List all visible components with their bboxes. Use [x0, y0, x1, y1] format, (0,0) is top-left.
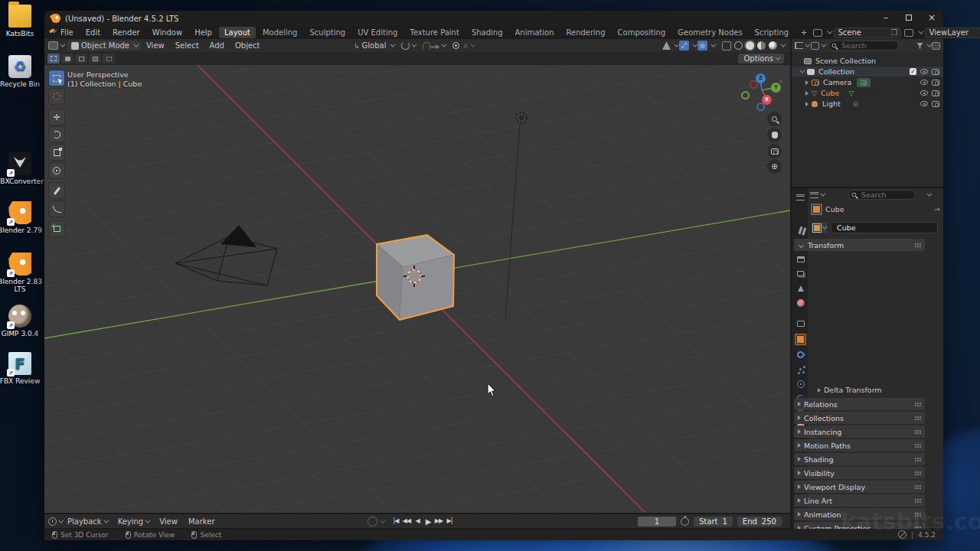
section-line-art[interactable]: Line Art	[794, 494, 925, 507]
tab-tool[interactable]	[793, 223, 808, 236]
shading-material-icon[interactable]	[757, 41, 766, 50]
gizmo-neg-x-axis[interactable]	[750, 80, 758, 89]
hide-eye-icon[interactable]	[920, 90, 928, 96]
tool-select-box[interactable]	[48, 70, 65, 86]
section-collections[interactable]: Collections	[794, 412, 925, 424]
outliner-row-collection[interactable]: Collection ✓	[792, 67, 943, 77]
new-scene-icon[interactable]: ❐	[891, 28, 898, 37]
editor-type-button[interactable]	[44, 41, 64, 50]
close-button[interactable]: ×	[920, 11, 943, 26]
shading-rendered-icon[interactable]	[769, 41, 777, 50]
section-instancing[interactable]: Instancing	[794, 425, 925, 438]
tab-output[interactable]	[793, 253, 808, 266]
jump-to-end-button[interactable]: ▶|	[444, 517, 455, 526]
object-name-field[interactable]: Cube	[831, 222, 938, 233]
camera-view-button[interactable]	[767, 144, 782, 158]
expand-arrow-icon[interactable]	[805, 91, 808, 96]
tab-uv-editing[interactable]: UV Editing	[352, 27, 403, 38]
drag-dots-icon[interactable]	[915, 243, 916, 245]
menu-edit[interactable]: Edit	[80, 26, 106, 39]
desktop-icon-blender-283[interactable]: Blender 2.83 LTS	[0, 253, 44, 293]
outliner-row-camera[interactable]: Camera	[792, 77, 943, 87]
shading-solid-icon[interactable]	[746, 41, 754, 50]
select-mode-set[interactable]	[47, 54, 60, 64]
menu-help[interactable]: Help	[188, 26, 218, 39]
tab-particles[interactable]	[793, 363, 808, 376]
section-shading[interactable]: Shading	[794, 453, 925, 465]
shading-wireframe-icon[interactable]	[734, 41, 743, 50]
navigation-gizmo[interactable]: Z Y X	[732, 67, 790, 115]
menu-timeline-view[interactable]: View	[154, 517, 183, 526]
tab-layout[interactable]: Layout	[219, 27, 256, 38]
properties-editor-icon[interactable]	[810, 192, 818, 198]
menu-object[interactable]: Object	[230, 41, 266, 50]
prev-keyframe-button[interactable]: ◀◀	[401, 517, 412, 526]
new-collection-icon[interactable]	[932, 42, 940, 50]
pan-button[interactable]	[767, 128, 782, 142]
desktop-icon-katsbits[interactable]: KatsBits	[0, 5, 44, 37]
outliner-search-input[interactable]	[828, 41, 899, 51]
tab-shading[interactable]: Shading	[466, 27, 508, 38]
drag-dots-icon[interactable]	[915, 416, 916, 418]
drag-dots-icon[interactable]	[915, 403, 916, 404]
object-visibility-icon[interactable]	[662, 41, 671, 50]
tool-scale[interactable]	[48, 144, 65, 161]
tab-modeling[interactable]: Modeling	[257, 27, 303, 38]
transform-orientation[interactable]: ↳ Global ∧	[354, 41, 474, 50]
mode-selector[interactable]: Object Mode	[67, 41, 141, 51]
tool-transform[interactable]	[48, 162, 65, 179]
hide-eye-icon[interactable]	[920, 101, 928, 106]
outliner-editor-type[interactable]	[792, 42, 808, 49]
scene-type-icon[interactable]	[813, 29, 822, 37]
jump-to-start-button[interactable]: |◀	[390, 517, 401, 526]
hide-eye-icon[interactable]	[920, 69, 928, 74]
tab-object[interactable]	[793, 333, 808, 346]
section-relations[interactable]: Relations	[794, 398, 925, 410]
menu-add[interactable]: Add	[204, 41, 230, 50]
tab-geometry-nodes[interactable]: Geometry Nodes	[672, 27, 747, 38]
desktop-icon-fbxconverter[interactable]: FBXConverter	[0, 152, 44, 185]
menu-render[interactable]: Render	[106, 26, 146, 39]
select-mode-invert[interactable]	[89, 54, 101, 64]
tab-scene[interactable]	[793, 282, 808, 295]
show-gizmo-toggle[interactable]: ⤢	[679, 41, 689, 51]
filter-icon[interactable]	[916, 43, 923, 49]
render-visibility-icon[interactable]	[932, 69, 939, 75]
show-overlays-toggle[interactable]: ◎	[697, 41, 707, 51]
properties-options-icon[interactable]	[926, 191, 932, 197]
section-motion-paths[interactable]: Motion Paths	[794, 439, 925, 452]
section-viewport-display[interactable]: Viewport Display	[794, 481, 925, 493]
properties-search-input[interactable]	[848, 190, 916, 200]
select-mode-extend[interactable]	[61, 54, 74, 64]
camera-data-icon[interactable]	[857, 78, 871, 87]
proportional-edit-icon[interactable]	[452, 42, 459, 49]
play-button[interactable]: ▶	[423, 517, 433, 526]
timeline-editor-type[interactable]	[44, 517, 62, 526]
drag-dots-icon[interactable]	[915, 513, 916, 514]
transform-panel-header[interactable]: Transform	[794, 239, 925, 251]
menu-view[interactable]: View	[141, 41, 170, 50]
perspective-toggle-button[interactable]: ⊕	[767, 159, 782, 174]
tab-world[interactable]	[793, 296, 808, 309]
drag-dots-icon[interactable]	[915, 485, 916, 487]
expand-chevron-icon[interactable]	[799, 68, 805, 73]
drag-dots-icon[interactable]	[915, 458, 916, 459]
options-dropdown[interactable]: Options	[738, 54, 784, 64]
gizmo-neg-y-axis[interactable]	[741, 91, 750, 99]
render-visibility-icon[interactable]	[932, 90, 939, 96]
outliner-display-mode[interactable]	[811, 42, 825, 50]
pin-icon[interactable]: ↗	[932, 204, 942, 215]
next-keyframe-button[interactable]: ▶▶	[433, 517, 444, 526]
tab-sculpting[interactable]: Sculpting	[304, 27, 351, 38]
menu-file[interactable]: File	[54, 26, 80, 39]
play-reverse-button[interactable]: ◀	[412, 517, 423, 526]
tab-collection[interactable]	[793, 317, 808, 330]
current-frame-field[interactable]: 1	[638, 517, 676, 527]
drag-dots-icon[interactable]	[915, 499, 916, 500]
tab-rendering[interactable]: Rendering	[560, 27, 610, 38]
gizmo-neg-z-axis[interactable]	[756, 103, 765, 111]
hide-eye-icon[interactable]	[920, 80, 928, 85]
drag-dots-icon[interactable]	[915, 471, 916, 473]
tab-scripting[interactable]: Scripting	[750, 27, 794, 38]
zoom-button[interactable]	[767, 112, 782, 126]
